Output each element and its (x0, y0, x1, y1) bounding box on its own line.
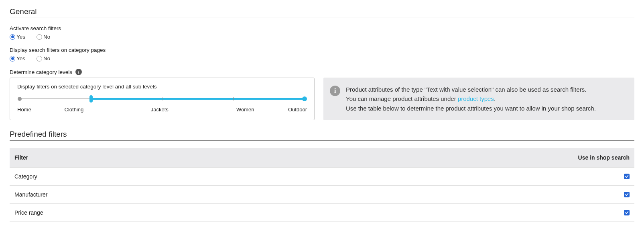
link-product-types[interactable]: product types (458, 95, 494, 102)
section-heading-general: General (10, 7, 634, 16)
radio-display-no[interactable]: No (37, 55, 50, 62)
slider-handle-to[interactable] (302, 96, 307, 101)
slider-start-dot (18, 97, 22, 101)
filter-name-cell: Category (10, 167, 266, 185)
slider-stop-label: Jackets (117, 107, 202, 113)
radio-label: Yes (16, 34, 25, 40)
use-in-search-checkbox[interactable] (624, 174, 630, 179)
use-in-search-checkbox[interactable] (624, 192, 630, 197)
slider-stop-label: Home (17, 107, 31, 113)
table-row: Price range (10, 203, 634, 221)
table-row: Category (10, 167, 634, 185)
section-divider (10, 18, 634, 18)
table-header-filter: Filter (10, 148, 266, 168)
label-activate-search-filters: Activate search filters (10, 25, 634, 31)
radio-activate-yes[interactable]: Yes (10, 34, 25, 40)
section-heading-predefined-filters: Predefined filters (10, 130, 634, 139)
filter-name-cell: Manufacturer (10, 185, 266, 203)
category-level-slider-panel: Display filters on selected category lev… (10, 78, 315, 120)
field-display-on-category-pages: Display search filters on category pages… (10, 47, 634, 62)
radio-display-yes[interactable]: Yes (10, 55, 25, 62)
radio-label: Yes (16, 55, 25, 62)
filter-name-cell: Price range (10, 203, 266, 221)
field-activate-search-filters: Activate search filters Yes No (10, 25, 634, 40)
slider-stop-label: Clothing (31, 107, 117, 113)
section-divider (10, 140, 634, 141)
use-in-search-checkbox[interactable] (624, 210, 630, 215)
radio-label: No (43, 55, 50, 62)
predefined-filters-table: Filter Use in shop search CategoryManufa… (10, 148, 634, 222)
radio-label: No (43, 34, 50, 40)
slider-stop-label: Women (203, 107, 288, 113)
info-box-text: Product attributes of the type "Text wit… (346, 85, 596, 113)
radio-unchecked-icon (37, 56, 42, 62)
radio-checked-icon (10, 56, 15, 62)
label-display-on-category-pages: Display search filters on category pages (10, 47, 634, 53)
label-category-levels: Determine category levels (10, 69, 72, 75)
slider-stop-label: Outdoor (288, 107, 307, 113)
table-row: Manufacturer (10, 185, 634, 203)
category-level-slider[interactable] (20, 97, 305, 101)
slider-handle-from[interactable] (89, 95, 93, 102)
slider-caption: Display filters on selected category lev… (17, 84, 307, 90)
radio-checked-icon (10, 34, 15, 40)
info-box-product-attributes: i Product attributes of the type "Text w… (323, 78, 634, 120)
table-header-use-in-search: Use in shop search (266, 148, 634, 168)
field-category-levels: Determine category levels i Display filt… (10, 69, 634, 120)
radio-activate-no[interactable]: No (37, 34, 50, 40)
info-icon: i (330, 86, 340, 96)
radio-unchecked-icon (37, 34, 42, 40)
info-icon[interactable]: i (75, 69, 82, 75)
